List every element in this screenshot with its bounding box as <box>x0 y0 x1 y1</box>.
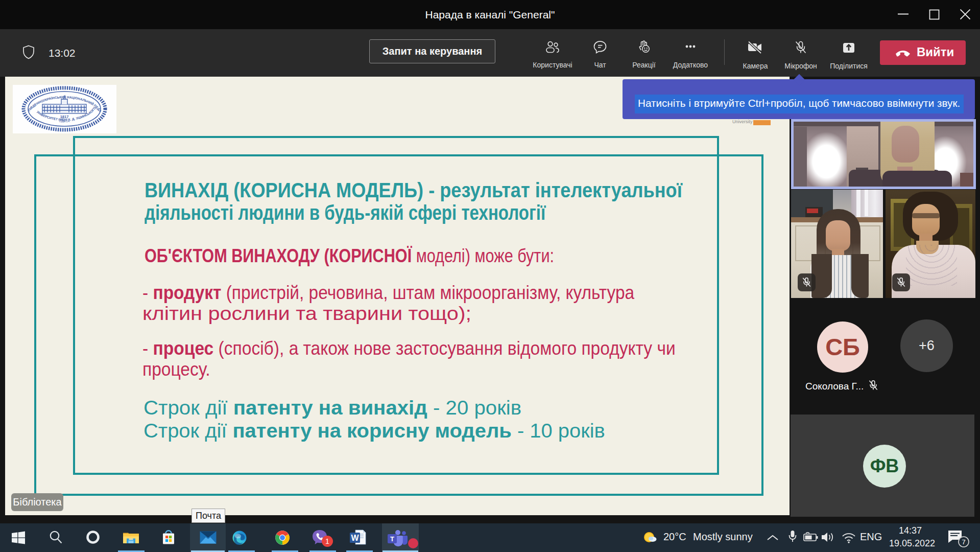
svg-text:W: W <box>351 534 359 542</box>
svg-text:1817: 1817 <box>60 114 69 119</box>
svg-text:1: 1 <box>325 537 329 545</box>
svg-text:7: 7 <box>962 538 965 546</box>
svg-text:T: T <box>390 535 394 543</box>
svg-text:ОДЕСА: ОДЕСА <box>59 120 70 123</box>
